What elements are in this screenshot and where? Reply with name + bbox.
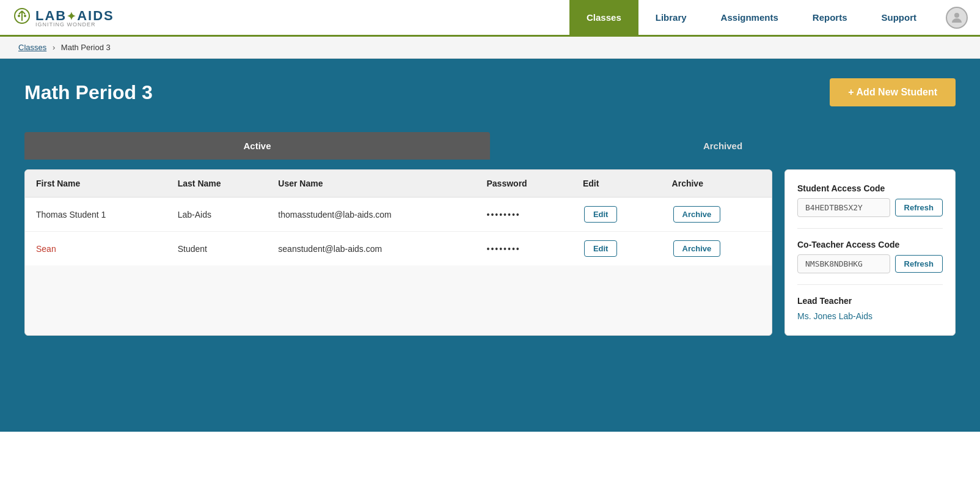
lead-teacher-label: Lead Teacher: [797, 296, 943, 306]
table-row: SeanStudentseanstudent@lab-aids.com•••••…: [25, 232, 772, 266]
co-teacher-code-row: NMSBK8NDBHKG Refresh: [797, 254, 943, 273]
student-code-row: B4HEDTBBSX2Y Refresh: [797, 198, 943, 217]
col-archive: Archive: [661, 170, 772, 198]
cell-archive: Archive: [661, 198, 772, 232]
logo-text-block: LAB✦AIDS IGNITING WONDER: [35, 8, 114, 28]
nav-library[interactable]: Library: [638, 0, 704, 36]
edit-button[interactable]: Edit: [584, 206, 618, 223]
content-row: First Name Last Name User Name Password …: [24, 169, 956, 354]
table-header-row: First Name Last Name User Name Password …: [25, 170, 772, 198]
logo-area: LAB✦AIDS IGNITING WONDER: [12, 7, 114, 28]
student-name-link[interactable]: Sean: [36, 244, 56, 254]
svg-point-5: [24, 15, 26, 17]
divider-2: [797, 284, 943, 285]
cell-password: ••••••••: [476, 232, 572, 266]
top-nav: LAB✦AIDS IGNITING WONDER Classes Library…: [0, 0, 980, 37]
breadcrumb-separator: ›: [53, 43, 55, 52]
co-teacher-access-code-section: Co-Teacher Access Code NMSBK8NDBHKG Refr…: [797, 240, 943, 273]
cell-last-name: Student: [167, 232, 268, 266]
svg-point-6: [954, 13, 959, 18]
lead-teacher-section: Lead Teacher Ms. Jones Lab-Aids: [797, 296, 943, 322]
edit-button[interactable]: Edit: [584, 240, 618, 257]
student-access-code: B4HEDTBBSX2Y: [797, 198, 890, 217]
svg-point-4: [18, 15, 20, 17]
student-access-code-section: Student Access Code B4HEDTBBSX2Y Refresh: [797, 183, 943, 217]
nav-reports[interactable]: Reports: [795, 0, 865, 36]
co-teacher-refresh-button[interactable]: Refresh: [895, 255, 943, 273]
cell-username: thomasstudent@lab-aids.com: [267, 198, 475, 232]
col-last-name: Last Name: [167, 170, 268, 198]
lead-teacher-name[interactable]: Ms. Jones Lab-Aids: [797, 311, 872, 321]
archive-button[interactable]: Archive: [673, 206, 721, 223]
students-table-card: First Name Last Name User Name Password …: [24, 169, 772, 336]
archive-button[interactable]: Archive: [673, 240, 721, 257]
tabs-row: Active Archived: [24, 126, 956, 160]
hero-section: Math Period 3 + Add New Student: [0, 59, 980, 126]
col-username: User Name: [267, 170, 475, 198]
tab-archived[interactable]: Archived: [490, 132, 956, 160]
page-title: Math Period 3: [24, 81, 153, 104]
main-area: Active Archived First Name Last Name Use…: [0, 126, 980, 432]
student-access-code-label: Student Access Code: [797, 183, 943, 193]
cell-username: seanstudent@lab-aids.com: [267, 232, 475, 266]
breadcrumb: Classes › Math Period 3: [0, 37, 980, 59]
col-first-name: First Name: [25, 170, 167, 198]
cell-last-name: Lab-Aids: [167, 198, 268, 232]
col-password: Password: [476, 170, 572, 198]
cell-first-name: Sean: [25, 232, 167, 266]
tab-active[interactable]: Active: [24, 132, 490, 160]
nav-assignments[interactable]: Assignments: [704, 0, 795, 36]
logo-text: LAB✦AIDS: [35, 8, 114, 23]
nav-support[interactable]: Support: [865, 0, 934, 36]
co-teacher-code: NMSBK8NDBHKG: [797, 254, 890, 273]
cell-password: ••••••••: [476, 198, 572, 232]
breadcrumb-parent[interactable]: Classes: [18, 43, 46, 52]
cell-edit: Edit: [572, 198, 661, 232]
student-refresh-button[interactable]: Refresh: [895, 199, 943, 216]
cell-edit: Edit: [572, 232, 661, 266]
cell-archive: Archive: [661, 232, 772, 266]
co-teacher-label: Co-Teacher Access Code: [797, 240, 943, 249]
col-edit: Edit: [572, 170, 661, 198]
add-student-button[interactable]: + Add New Student: [830, 78, 956, 106]
breadcrumb-current: Math Period 3: [61, 43, 111, 52]
table-row: Thomas Student 1Lab-Aidsthomasstudent@la…: [25, 198, 772, 232]
nav-classes[interactable]: Classes: [569, 0, 638, 36]
cell-first-name: Thomas Student 1: [25, 198, 167, 232]
logo-icon: [13, 7, 31, 28]
side-panel: Student Access Code B4HEDTBBSX2Y Refresh…: [784, 169, 956, 336]
students-table: First Name Last Name User Name Password …: [25, 170, 772, 265]
divider-1: [797, 228, 943, 229]
user-avatar[interactable]: [946, 7, 968, 29]
nav-links: Classes Library Assignments Reports Supp…: [569, 0, 934, 36]
